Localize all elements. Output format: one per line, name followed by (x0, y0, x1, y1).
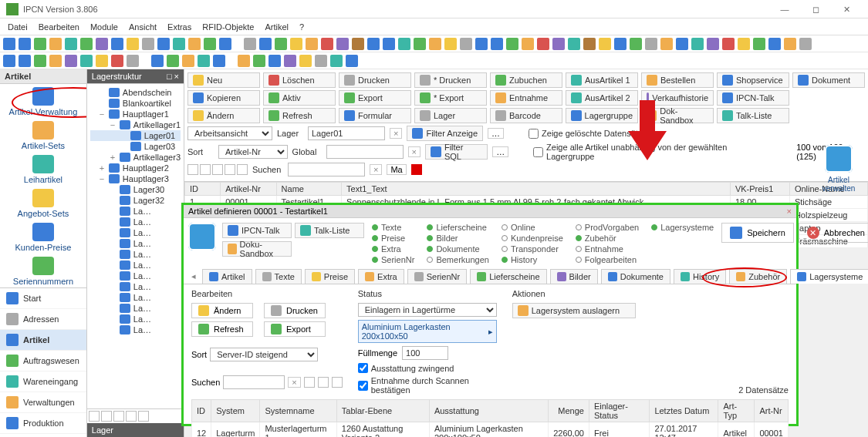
aktiv-button[interactable]: Aktiv (263, 90, 336, 106)
clear-icon[interactable]: × (390, 128, 402, 139)
drucken-button[interactable]: Drucken (264, 303, 326, 318)
dokusandbox-button[interactable]: Doku-Sandbox (222, 241, 292, 257)
menu-artikel[interactable]: Artikel (261, 21, 294, 33)
shopservice-button[interactable]: Shopservice (717, 72, 789, 88)
tool-icon[interactable] (506, 38, 518, 50)
menu-extras[interactable]: Extras (163, 21, 196, 33)
tree-node[interactable]: −Hauptlager3 (90, 173, 181, 184)
dokument-button[interactable]: Dokument (792, 72, 865, 88)
tree-node[interactable]: +Hauptlager2 (90, 163, 181, 173)
tab-zubehoer[interactable]: Zubehör (729, 269, 787, 284)
tree-node[interactable]: La… (90, 314, 181, 324)
tool-icon[interactable] (614, 38, 627, 50)
tool-icon[interactable] (784, 38, 796, 50)
arbeitsansicht-select[interactable]: Arbeitsansicht (187, 126, 272, 140)
global-input[interactable] (326, 145, 404, 159)
refresh-button[interactable]: Refresh (191, 321, 253, 337)
col-id[interactable]: ID (185, 183, 221, 196)
menu-ansicht[interactable]: Ansicht (124, 21, 161, 33)
tool-icon[interactable] (315, 55, 327, 67)
tool-icon[interactable] (522, 38, 534, 50)
tree-node[interactable]: Abendschein (90, 87, 181, 98)
chk-allarticles[interactable] (533, 147, 543, 157)
chk-entnahme-scan[interactable] (358, 381, 368, 391)
tree-node[interactable]: La… (90, 260, 181, 271)
close-button[interactable]: ✕ (831, 0, 862, 18)
tool-icon[interactable] (34, 55, 46, 67)
entnahme-button[interactable]: Entnahme (490, 90, 562, 106)
dlg-suchen-input[interactable] (223, 375, 285, 389)
tab-extra[interactable]: Extra (358, 269, 404, 284)
tree-node[interactable]: La… (90, 217, 181, 227)
tabs-scroll-left[interactable]: ◂ (188, 271, 199, 281)
tool-icon[interactable] (213, 55, 225, 67)
tab-bilder[interactable]: Bilder (550, 269, 598, 284)
tool-icon[interactable] (188, 38, 201, 50)
tab-artikel[interactable]: Artikel (202, 269, 252, 284)
leihartikel-card[interactable]: Leihartikel (0, 152, 86, 186)
zubuchen-button[interactable]: Zubuchen (490, 72, 562, 88)
lager-button[interactable]: Lager (414, 108, 487, 123)
ellipsis-button[interactable]: … (488, 128, 504, 139)
aendern-button[interactable]: Ändern (187, 108, 260, 123)
menu-bearbeiten[interactable]: Bearbeiten (34, 21, 84, 33)
nav-prev[interactable] (200, 164, 211, 175)
tool-icon[interactable] (219, 38, 231, 50)
ellipsis-button[interactable]: … (492, 146, 508, 157)
tree-node[interactable]: Blankoartikel (90, 98, 181, 109)
tool-icon[interactable] (753, 38, 765, 50)
tool-icon[interactable] (182, 55, 194, 67)
menu-help[interactable]: ? (295, 21, 309, 33)
tool-icon[interactable] (127, 38, 139, 50)
tool-icon[interactable] (259, 38, 272, 50)
tool-icon[interactable] (645, 38, 657, 50)
tool-icon[interactable] (167, 55, 179, 67)
tool-icon[interactable] (429, 38, 441, 50)
barcode-button[interactable]: Barcode (490, 108, 562, 123)
tree-node[interactable]: Lager30 (90, 184, 181, 195)
tool-icon[interactable] (198, 55, 210, 67)
drucken-button[interactable]: Drucken (339, 72, 411, 88)
tool-icon[interactable] (676, 38, 688, 50)
tree-tool[interactable] (138, 411, 149, 422)
tool-icon[interactable] (321, 38, 333, 50)
speichern-button[interactable]: Speichern (721, 223, 794, 243)
tool-icon[interactable] (49, 38, 62, 50)
tree-node-selected[interactable]: Lager01 (90, 130, 181, 141)
menu-rfid[interactable]: RFID-Objekte (198, 21, 258, 33)
export-button[interactable]: Export (264, 321, 326, 337)
artikel-verwalten-card[interactable]: Artikel verwalten (816, 145, 862, 193)
tool-icon[interactable] (367, 38, 380, 50)
kunden-preise-card[interactable]: Kunden-Preise (0, 220, 86, 254)
tool-icon[interactable] (19, 38, 31, 50)
tab-lagersysteme[interactable]: Lagersysteme (790, 269, 868, 284)
tool-icon[interactable] (660, 38, 673, 50)
tool-icon[interactable] (330, 55, 343, 67)
tool-icon[interactable] (65, 38, 77, 50)
table-row[interactable]: 12LagerturmMusterlagerturm 11260 Austatt… (192, 422, 789, 438)
ipcntalk-button[interactable]: IPCN-Talk (717, 90, 789, 106)
tool-icon[interactable] (306, 38, 318, 50)
tool-icon[interactable] (142, 38, 154, 50)
nav-wareneingang[interactable]: Wareneingang (0, 371, 86, 392)
ipcntalk-button[interactable]: IPCN-Talk (222, 223, 292, 238)
clear-icon[interactable]: × (370, 164, 382, 175)
abbrechen-button[interactable]: ✕Abbrechen (799, 223, 868, 243)
tool-icon[interactable] (290, 38, 302, 50)
tool-icon[interactable] (96, 55, 108, 67)
tool-icon[interactable] (151, 55, 164, 67)
tree-node[interactable]: −Artikellager1 (90, 119, 181, 130)
status-select[interactable]: Einlagern in Lagertürme (358, 303, 497, 317)
tree-tool[interactable] (101, 411, 112, 422)
tool-icon[interactable] (244, 38, 256, 50)
tool-icon[interactable] (253, 55, 265, 67)
tool-icon[interactable] (80, 38, 93, 50)
col-preis[interactable]: VK-Preis1 (730, 183, 789, 196)
tool-icon[interactable] (65, 55, 77, 67)
nav-btn[interactable] (318, 377, 329, 388)
nav-btn[interactable] (332, 377, 343, 388)
tool-icon[interactable] (127, 55, 139, 67)
tool-icon[interactable] (398, 38, 410, 50)
auslagern-button[interactable]: Lagersystem auslagern (512, 303, 636, 318)
fuellmenge-input[interactable] (402, 346, 448, 360)
